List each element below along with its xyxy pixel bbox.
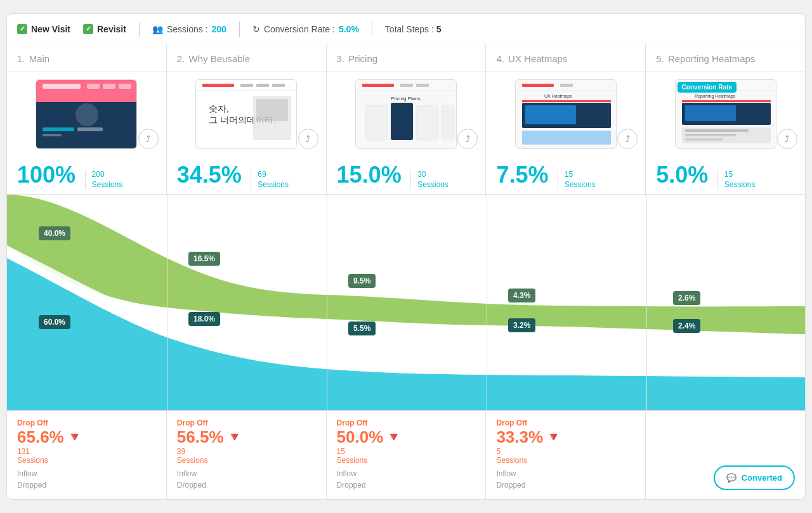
converted-button[interactable]: 💬 Converted xyxy=(714,465,795,490)
svg-rect-5 xyxy=(119,84,131,89)
step-2-drop-arrow: 🔻 xyxy=(226,429,242,445)
step-4-share-button[interactable]: ⤴ xyxy=(617,129,638,149)
step-1-share-button[interactable]: ⤴ xyxy=(138,129,159,149)
step-4-header: 4. UX Heatmaps xyxy=(486,44,645,72)
revisit-legend: Revisit xyxy=(83,24,126,34)
step-3-stats: 15.0% 30 Sessions xyxy=(327,157,486,193)
svg-rect-28 xyxy=(416,105,438,140)
step-2-drop-sessions: 39 xyxy=(177,447,185,456)
step-4-dropoff: Drop Off 33.3% 🔻 5 Sessions Inflow Dropp… xyxy=(486,411,646,499)
step-2-header: 2. Why Beusable xyxy=(167,44,326,72)
svg-text:Reporting Heatmaps: Reporting Heatmaps xyxy=(695,94,736,99)
step-2-stats: 34.5% 69 Sessions xyxy=(167,157,326,193)
step-3-dropoff-label: Drop Off xyxy=(337,419,476,427)
step-5-sessions: 15 Sessions xyxy=(717,170,756,190)
svg-rect-37 xyxy=(525,105,576,124)
share-icon-5: ⤴ xyxy=(785,134,789,144)
share-icon-1: ⤴ xyxy=(146,134,150,144)
step-2-number: 2. Why Beusable xyxy=(177,53,251,64)
step-5: 5. Reporting Heatmaps Reporting Heat xyxy=(646,44,805,193)
svg-rect-11 xyxy=(202,84,234,87)
step-2: 2. Why Beusable 숫자, xyxy=(167,44,327,193)
svg-rect-19 xyxy=(256,99,288,121)
col-divider-1 xyxy=(167,195,167,410)
revisit-label: Revisit xyxy=(97,24,126,34)
conversion-rate-label: Conversion Rate : xyxy=(264,24,335,34)
divider-3 xyxy=(372,22,372,37)
step-3-share-button[interactable]: ⤴ xyxy=(457,129,478,149)
svg-rect-38 xyxy=(522,131,611,145)
share-icon-3: ⤴ xyxy=(466,134,470,144)
step-2-inflow-label: Inflow xyxy=(177,469,197,478)
step-4-inflow-label: Inflow xyxy=(496,469,516,478)
step-1-thumbnail xyxy=(36,79,137,149)
new-visit-checkbox[interactable] xyxy=(17,24,27,34)
step-1: 1. Main xyxy=(7,44,167,193)
step-4-sessions: 15 Sessions xyxy=(558,170,596,190)
step-5-header: 5. Reporting Heatmaps xyxy=(646,44,805,72)
svg-rect-27 xyxy=(391,103,413,140)
sessions-label: Sessions : xyxy=(167,24,208,34)
revisit-checkbox[interactable] xyxy=(83,24,93,34)
svg-rect-2 xyxy=(43,84,81,89)
total-steps-info: Total Steps : 5 xyxy=(385,24,442,34)
svg-rect-35 xyxy=(522,100,611,102)
step-2-drop-sessions-label: Sessions xyxy=(177,456,208,465)
step-2-teal-pct: 18.0% xyxy=(188,312,220,326)
step-1-stats: 100% 200 Sessions xyxy=(7,157,166,193)
step-2-sessions: 69 Sessions xyxy=(251,170,289,190)
svg-rect-8 xyxy=(77,127,103,131)
svg-text:숫자,: 숫자, xyxy=(209,103,229,114)
step-2-percent: 34.5% xyxy=(177,162,242,188)
step-3-dropoff: Drop Off 50.0% 🔻 15 Sessions Inflow Drop… xyxy=(327,411,487,499)
step-1-teal-pct: 60.0% xyxy=(39,315,70,329)
step-5-share-button[interactable]: ⤴ xyxy=(777,129,797,149)
step-4-thumb-svg: UX Heatmaps xyxy=(516,80,617,149)
step-5-dropoff: 💬 Converted xyxy=(646,411,805,499)
step-3-number: 3. Pricing xyxy=(337,53,379,64)
step-1-number: 1. Main xyxy=(17,53,51,64)
svg-rect-21 xyxy=(362,84,394,87)
step-3-sessions: 30 Sessions xyxy=(410,170,449,190)
step-2-thumb-svg: 숫자, 그 너머의데이터. xyxy=(196,80,297,149)
col-divider-2 xyxy=(327,195,327,410)
svg-rect-44 xyxy=(682,100,771,102)
step-3-drop-sessions-row: 15 Sessions xyxy=(337,447,476,465)
step-2-thumbnail-area: 숫자, 그 너머의데이터. ⤴ xyxy=(167,72,326,157)
step-2-thumbnail: 숫자, 그 너머의데이터. xyxy=(195,79,297,149)
step-4-drop-sessions: 5 xyxy=(496,447,501,456)
svg-rect-26 xyxy=(365,105,388,140)
step-5-number: 5. Reporting Heatmaps xyxy=(656,53,756,64)
share-icon-4: ⤴ xyxy=(625,134,630,144)
conversion-rate-info: ↻ Conversion Rate : 5.0% xyxy=(252,24,359,34)
step-3-header: 3. Pricing xyxy=(327,44,486,72)
svg-rect-12 xyxy=(240,84,253,87)
svg-rect-49 xyxy=(685,134,736,136)
svg-rect-4 xyxy=(103,84,115,89)
step-1-dropoff-label: Drop Off xyxy=(17,419,156,427)
step-5-stats: 5.0% 15 Sessions xyxy=(646,157,805,193)
step-3-thumbnail-area: Pricing Plans ⤴ xyxy=(327,72,486,157)
step-3-teal-pct: 5.5% xyxy=(348,321,376,335)
step-2-share-button[interactable]: ⤴ xyxy=(298,129,318,149)
svg-rect-29 xyxy=(442,105,454,140)
chat-icon: 💬 xyxy=(726,473,737,483)
main-container: New Visit Revisit 👥 Sessions : 200 ↻ Con… xyxy=(6,13,806,499)
step-2-drop-percent: 56.5% xyxy=(177,427,224,447)
col-divider-3 xyxy=(487,195,487,410)
step-1-dropped-label: Dropped xyxy=(17,481,46,490)
sessions-count: 200 xyxy=(212,24,226,34)
step-2-green-pct: 16.5% xyxy=(188,252,220,266)
col-divider-4 xyxy=(646,195,647,410)
svg-rect-0 xyxy=(36,80,137,102)
step-4-drop-percent: 33.3% xyxy=(496,427,543,447)
svg-rect-9 xyxy=(43,134,62,136)
divider-2 xyxy=(239,22,240,37)
total-steps-value: 5 xyxy=(436,24,442,34)
svg-rect-13 xyxy=(256,84,269,87)
step-3-drop-sessions: 15 xyxy=(337,447,345,456)
new-visit-label: New Visit xyxy=(31,24,70,34)
svg-rect-46 xyxy=(685,105,736,121)
step-5-teal-pct: 2.4% xyxy=(673,319,700,333)
step-4-dropoff-label: Drop Off xyxy=(496,419,635,427)
